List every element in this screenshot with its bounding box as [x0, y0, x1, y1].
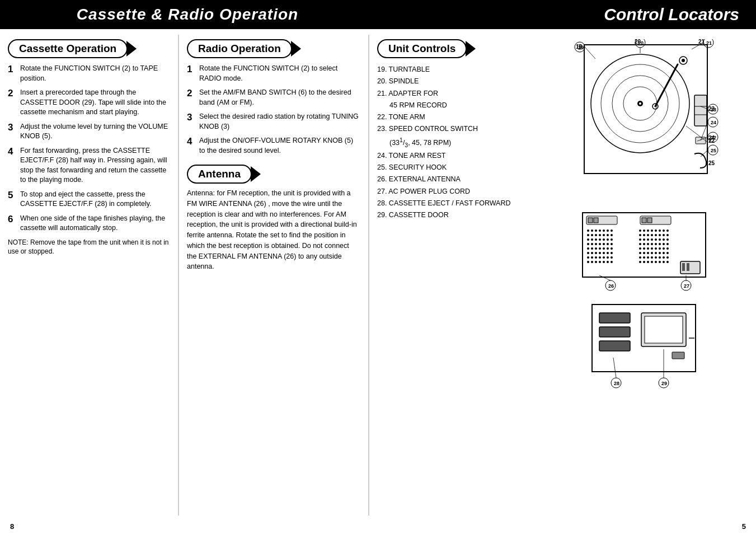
svg-point-69 [599, 238, 601, 241]
svg-point-91 [603, 252, 605, 254]
radio-step-num-4: 4 [187, 136, 199, 156]
turntable-diagram: Ⓢ 19 20 21 22 23 24 25 19 [574, 39, 720, 196]
svg-text:26: 26 [608, 283, 614, 289]
svg-rect-186 [645, 316, 683, 343]
svg-point-93 [611, 252, 613, 254]
cassette-step-5: 5 To stop and eject the cassette, press … [8, 190, 170, 209]
svg-point-109 [643, 229, 645, 232]
antenna-text: Antenna: for FM reception, the unit is p… [187, 188, 360, 272]
radio-steps-list: 1 Rotate the FUNCTION SWITCH (2) to sele… [187, 64, 360, 156]
svg-point-157 [643, 256, 645, 259]
unit-item-25: 25. SECURITY HOOK [377, 162, 529, 174]
svg-point-108 [639, 229, 641, 232]
svg-point-58 [611, 229, 613, 232]
svg-point-123 [666, 234, 669, 236]
cassette-step-6: 6 When one side of the tape finishes pla… [8, 214, 170, 233]
svg-point-140 [639, 247, 641, 250]
step-num-3: 3 [8, 122, 20, 142]
antenna-title: Antenna [187, 165, 252, 184]
back-panel-svg: 26 27 [574, 203, 720, 292]
cassette-step-3: 3 Adjust the volume level by turning the… [8, 122, 170, 142]
page-header: Cassette & Radio Operation Control Locat… [0, 0, 756, 29]
svg-point-144 [655, 247, 657, 250]
unit-controls-list: 19. TURNTABLE 20. SPINDLE 21. ADAPTER FO… [377, 64, 529, 221]
radio-step-text-3: Select the desired radio station by rota… [199, 112, 360, 132]
svg-point-122 [663, 234, 665, 236]
svg-point-159 [651, 256, 653, 259]
cassette-step-2: 2 Insert a prerecorded tape through the … [8, 88, 170, 118]
radio-arrow-icon [291, 41, 301, 57]
svg-point-145 [659, 247, 661, 250]
svg-point-155 [666, 252, 669, 254]
svg-point-152 [655, 252, 657, 254]
svg-point-154 [663, 252, 665, 254]
svg-point-133 [643, 243, 645, 245]
svg-point-84 [603, 247, 605, 250]
svg-text:27: 27 [684, 283, 689, 289]
svg-point-97 [599, 256, 601, 259]
page-number-right: 5 [742, 522, 746, 531]
svg-point-150 [647, 252, 649, 254]
svg-point-116 [639, 234, 641, 236]
unit-controls-title: Unit Controls [377, 39, 467, 58]
svg-rect-174 [687, 263, 689, 271]
svg-point-129 [659, 238, 661, 241]
svg-point-80 [587, 247, 589, 250]
svg-point-103 [595, 261, 597, 263]
svg-point-66 [587, 238, 589, 241]
svg-point-127 [651, 238, 653, 241]
svg-point-165 [643, 261, 645, 263]
svg-point-128 [655, 238, 657, 241]
svg-point-111 [651, 229, 653, 232]
svg-point-79 [611, 243, 613, 245]
svg-text:19: 19 [578, 45, 584, 50]
cassette-steps-list: 1 Rotate the FUNCTION SWITCH (2) to TAPE… [8, 64, 170, 233]
svg-point-114 [663, 229, 665, 232]
svg-point-115 [666, 229, 669, 232]
svg-point-130 [663, 238, 665, 241]
unit-item-29: 29. CASSETTE DOOR [377, 209, 529, 221]
svg-point-162 [663, 256, 665, 259]
svg-point-110 [647, 229, 649, 232]
diagram-column: Ⓢ 19 20 21 22 23 24 25 19 [537, 35, 756, 516]
svg-point-149 [643, 252, 645, 254]
svg-point-100 [611, 256, 613, 259]
radio-title: Radio Operation [187, 39, 292, 58]
svg-point-82 [595, 247, 597, 250]
step-text-4: For fast forwarding, press the CASSETTE … [20, 146, 170, 185]
unit-controls-section-header: Unit Controls [377, 39, 529, 58]
svg-point-131 [666, 238, 669, 241]
svg-point-10 [682, 59, 685, 62]
svg-point-106 [607, 261, 609, 263]
step-text-5: To stop and eject the cassette, press th… [20, 190, 170, 209]
cassette-step-4: 4 For fast forwarding, press the CASSETT… [8, 146, 170, 185]
unit-item-23b: (331/3, 45, 78 RPM) [377, 135, 529, 150]
main-content: Cassette Operation 1 Rotate the FUNCTION… [0, 29, 756, 521]
svg-point-142 [647, 247, 649, 250]
svg-point-65 [611, 234, 613, 236]
svg-point-147 [666, 247, 669, 250]
step-num-1: 1 [8, 64, 20, 83]
svg-point-57 [607, 229, 609, 232]
svg-point-167 [651, 261, 653, 263]
radio-step-num-1: 1 [187, 64, 199, 83]
svg-point-70 [603, 238, 605, 241]
radio-step-text-1: Rotate the FUNCTION SWITCH (2) to select… [199, 64, 360, 83]
radio-step-3: 3 Select the desired radio station by ro… [187, 112, 360, 132]
svg-point-137 [659, 243, 661, 245]
svg-point-53 [591, 229, 593, 232]
radio-operation-column: Radio Operation 1 Rotate the FUNCTION SW… [179, 35, 369, 516]
svg-point-141 [643, 247, 645, 250]
antenna-section-header: Antenna [187, 165, 360, 184]
svg-point-153 [659, 252, 661, 254]
svg-point-132 [639, 243, 641, 245]
svg-rect-182 [599, 313, 630, 323]
svg-point-163 [666, 256, 669, 259]
unit-item-27: 27. AC POWER PLUG CORD [377, 186, 529, 198]
svg-point-164 [639, 261, 641, 263]
svg-point-169 [659, 261, 661, 263]
svg-point-72 [611, 238, 613, 241]
svg-point-90 [599, 252, 601, 254]
cassette-section-header: Cassette Operation [8, 39, 170, 58]
svg-point-62 [599, 234, 601, 236]
